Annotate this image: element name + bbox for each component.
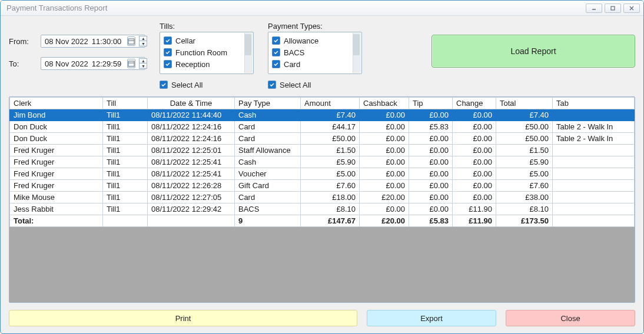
scroll-thumb[interactable] (244, 34, 251, 55)
tills-item[interactable]: Function Room (164, 46, 252, 58)
minimize-button[interactable] (586, 4, 602, 13)
col-till[interactable]: Till (103, 98, 148, 109)
cell-amount: £50.00 (301, 133, 360, 145)
table-row[interactable]: Fred KrugerTill108/11/2022 12:26:28Gift … (10, 180, 635, 192)
total-cell-amount: £147.67 (301, 215, 360, 227)
from-datetime-picker[interactable]: 08 Nov 2022 11:30:00 ▲ ▼ (41, 35, 145, 48)
cell-datetime: 08/11/2022 12:29:42 (148, 203, 235, 215)
cell-clerk: Fred Kruger (10, 156, 103, 168)
cell-till: Till1 (103, 121, 148, 133)
load-report-button[interactable]: Load Report (431, 35, 635, 68)
col-total[interactable]: Total (496, 98, 553, 109)
from-time-spinner[interactable]: ▲ ▼ (139, 36, 147, 46)
to-time-spinner[interactable]: ▲ ▼ (139, 58, 147, 69)
maximize-icon (610, 5, 616, 11)
cell-tip: £5.83 (409, 121, 453, 133)
table-row[interactable]: Don DuckTill108/11/2022 12:24:16Card£50.… (10, 133, 635, 145)
table-header-row[interactable]: Clerk Till Date & Time Pay Type Amount C… (10, 98, 635, 109)
col-clerk[interactable]: Clerk (10, 98, 103, 109)
cell-total: £1.50 (496, 145, 553, 156)
cell-total: £50.00 (496, 133, 553, 145)
col-amount[interactable]: Amount (301, 98, 360, 109)
cell-tab (553, 203, 635, 215)
close-button[interactable]: Close (506, 310, 635, 326)
cell-total: £5.00 (496, 168, 553, 180)
payment-types-select-all[interactable]: Select All (268, 79, 362, 91)
checkbox-icon (164, 36, 172, 45)
tills-item[interactable]: Reception (164, 58, 252, 70)
cell-cashback: £0.00 (360, 156, 409, 168)
cell-tab (553, 192, 635, 203)
print-button[interactable]: Print (9, 310, 357, 326)
col-tab[interactable]: Tab (553, 98, 635, 109)
table-row[interactable]: Jim BondTill108/11/2022 11:44:40Cash£7.4… (10, 109, 635, 121)
col-change[interactable]: Change (453, 98, 496, 109)
calendar-icon[interactable] (127, 59, 135, 68)
checkbox-icon (160, 81, 168, 89)
cell-pay_type: Voucher (235, 168, 301, 180)
tills-listbox[interactable]: CellarFunction RoomReception (160, 32, 254, 74)
checkbox-icon (272, 36, 280, 45)
col-paytype[interactable]: Pay Type (235, 98, 301, 109)
table-row[interactable]: Fred KrugerTill108/11/2022 12:25:41Vouch… (10, 168, 635, 180)
cell-cashback: £0.00 (360, 145, 409, 156)
cell-tip: £0.00 (409, 156, 453, 168)
cell-clerk: Don Duck (10, 121, 103, 133)
payment-types-item[interactable]: Card (272, 58, 360, 70)
spin-down-icon[interactable]: ▼ (139, 64, 147, 69)
cell-cashback: £0.00 (360, 180, 409, 192)
checkbox-icon (164, 48, 172, 56)
calendar-icon[interactable] (127, 36, 135, 46)
cell-tip: £0.00 (409, 145, 453, 156)
maximize-button[interactable] (605, 4, 621, 13)
filter-row: From: 08 Nov 2022 11:30:00 ▲ ▼ To: 08 No… (9, 22, 635, 91)
table-row[interactable]: Jess RabbitTill108/11/2022 12:29:42BACS£… (10, 203, 635, 215)
cell-change: £0.00 (453, 145, 496, 156)
payment-types-item[interactable]: Allowance (272, 35, 360, 46)
to-time-value: 12:29:59 (92, 59, 124, 68)
cell-clerk: Jess Rabbit (10, 203, 103, 215)
cell-total: £7.60 (496, 180, 553, 192)
cell-change: £11.90 (453, 203, 496, 215)
col-tip[interactable]: Tip (409, 98, 453, 109)
table-row[interactable]: Fred KrugerTill108/11/2022 12:25:41Cash£… (10, 156, 635, 168)
results-grid[interactable]: Clerk Till Date & Time Pay Type Amount C… (9, 96, 635, 303)
spin-up-icon[interactable]: ▲ (139, 58, 147, 64)
spin-down-icon[interactable]: ▼ (139, 41, 147, 46)
cell-amount: £5.00 (301, 168, 360, 180)
export-button[interactable]: Export (367, 310, 496, 326)
tills-column: Tills: CellarFunction RoomReception Sele… (160, 22, 254, 91)
cell-clerk: Fred Kruger (10, 168, 103, 180)
cell-clerk: Jim Bond (10, 109, 103, 121)
payment-types-item[interactable]: BACS (272, 46, 360, 58)
col-datetime[interactable]: Date & Time (148, 98, 235, 109)
col-cashback[interactable]: Cashback (360, 98, 409, 109)
report-window: Payment Transactions Report From: 08 Nov… (0, 0, 644, 334)
footer-buttons: Print Export Close (9, 310, 635, 326)
scrollbar[interactable] (244, 33, 253, 73)
close-window-button[interactable] (623, 4, 640, 13)
cell-datetime: 08/11/2022 11:44:40 (148, 109, 235, 121)
table-row[interactable]: Don DuckTill108/11/2022 12:24:16Card£44.… (10, 121, 635, 133)
tills-label: Tills: (160, 22, 254, 31)
cell-till: Till1 (103, 156, 148, 168)
table-row[interactable]: Mike MouseTill108/11/2022 12:27:05Card£1… (10, 192, 635, 203)
payment-types-listbox[interactable]: AllowanceBACSCard (268, 32, 362, 74)
results-table: Clerk Till Date & Time Pay Type Amount C… (9, 97, 635, 227)
table-row[interactable]: Fred KrugerTill108/11/2022 12:25:01Staff… (10, 145, 635, 156)
cell-amount: £18.00 (301, 192, 360, 203)
to-label: To: (9, 59, 41, 68)
scrollbar[interactable] (353, 33, 361, 73)
cell-pay_type: Gift Card (235, 180, 301, 192)
tills-select-all-label: Select All (171, 81, 203, 89)
spin-up-icon[interactable]: ▲ (139, 36, 147, 41)
cell-datetime: 08/11/2022 12:26:28 (148, 180, 235, 192)
tills-select-all[interactable]: Select All (160, 79, 254, 91)
payment-types-column: Payment Types: AllowanceBACSCard Select … (268, 22, 362, 91)
scroll-thumb[interactable] (353, 34, 360, 55)
cell-tab: Table 2 - Walk In (553, 121, 635, 133)
to-datetime-picker[interactable]: 08 Nov 2022 12:29:59 ▲ ▼ (41, 57, 145, 70)
tills-item[interactable]: Cellar (164, 35, 252, 46)
load-column: Load Report (431, 35, 635, 68)
total-cell-clerk: Total: (10, 215, 103, 227)
